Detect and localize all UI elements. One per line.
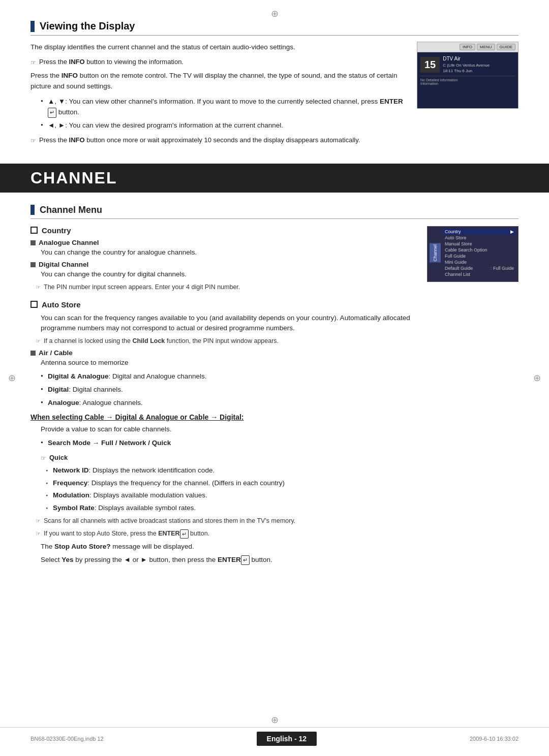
viewing-para1: The display identifies the current chann… (30, 42, 407, 53)
channel-menu-header-row: Channel Country ▶ Auto Store Manual Stor… (430, 229, 516, 277)
footer-left: BN68-02330E-00Eng.indb 12 (30, 736, 104, 742)
crosshair-left-icon: ⊕ (8, 372, 16, 384)
sub-note-icon-3: ☞ (36, 529, 41, 538)
viewing-bullet-list: ▲, ▼: You can view other channel's infor… (30, 96, 407, 131)
channel-menu-screen: Channel Country ▶ Auto Store Manual Stor… (427, 226, 518, 282)
tv-channel-name: C (Life On Ventus Avenue (443, 62, 490, 68)
info-btn: INFO (460, 44, 475, 50)
digital-channel-text: You can change the country for digital c… (30, 269, 417, 279)
viewing-para2: Press the INFO button on the remote cont… (30, 70, 407, 92)
channel-menu-country-arrow: ▶ (510, 229, 514, 234)
quick-item-3: Modulation: Displays available modulatio… (46, 490, 417, 501)
viewing-bullet2: ◄, ►: You can view the desired program's… (41, 120, 407, 131)
small-square-icon-analogue (30, 240, 36, 245)
note-icon-1: ☞ (30, 58, 36, 67)
pin-note-text: The PIN number input screen appears. Ent… (44, 282, 240, 292)
quick-items-list: Network ID: Displays the network identif… (30, 465, 417, 513)
small-square-icon-air (30, 351, 36, 356)
viewing-content: The display identifies the current chann… (30, 42, 518, 148)
quick-label: Quick (49, 453, 68, 463)
tv-info-top-bar: INFO MENU GUIDE (417, 42, 518, 52)
channel-menu-auto-store: Auto Store (443, 235, 516, 241)
channel-menu-text-area: Country Analogue Channel You can change … (30, 226, 417, 574)
country-checkbox-icon (30, 227, 38, 234)
viewing-title-bar: Viewing the Display (30, 20, 518, 36)
channel-menu-channel-list: Channel List (443, 271, 516, 277)
air-cable-label: Air / Cable (39, 349, 73, 357)
channel-menu-cable-search: Cable Search Option (443, 247, 516, 253)
channel-menu-title-bar: Channel Menu (30, 205, 518, 219)
analogue-channel-label: Analogue Channel (39, 239, 99, 246)
auto-store-note2: ☞ Scans for all channels with active bro… (30, 516, 417, 526)
menu-btn: MENU (477, 44, 495, 50)
channel-menu-manual-store: Manual Store (443, 241, 516, 247)
tv-info-row2: No Detailed Information Information (420, 76, 515, 85)
sub-note-icon-2: ☞ (36, 517, 41, 525)
when-selecting: When selecting Cable → Digital & Analogu… (30, 413, 417, 421)
auto-store-title: Auto Store (42, 300, 81, 309)
channel-menu-content: Country Analogue Channel You can change … (30, 226, 518, 574)
viewing-note1-text: Press the INFO button to viewing the inf… (39, 57, 184, 67)
digital-channel-heading: Digital Channel (30, 261, 417, 268)
air-bullet3: Analogue: Analogue channels. (41, 397, 417, 408)
digital-channel-label: Digital Channel (39, 261, 88, 268)
sub-note-icon-1: ☞ (36, 337, 41, 345)
tv-no-detail: No Detailed Information (420, 78, 515, 82)
quick-label-line: ☞ Quick (30, 453, 417, 463)
tv-info-body: 15 DTV Air C (Life On Ventus Avenue 18:1… (417, 52, 518, 108)
channel-menu-tv-image: Channel Country ▶ Auto Store Manual Stor… (427, 226, 518, 282)
pin-note: ☞ The PIN number input screen appears. E… (30, 282, 417, 292)
footer-right: 2009-6-10 16:33:02 (470, 736, 518, 742)
air-cable-desc: Antenna source to memorize (30, 358, 417, 368)
air-bullet1: Digital & Analogue: Digital and Analogue… (41, 371, 417, 382)
search-mode-item: Search Mode → Full / Network / Quick (41, 437, 417, 449)
channel-menu-country-label: Country (445, 229, 461, 234)
search-mode-bullets: Search Mode → Full / Network / Quick (30, 437, 417, 449)
quick-note-icon: ☞ (41, 454, 46, 463)
note-icon-2: ☞ (30, 136, 36, 145)
tv-channel-details: DTV Air C (Life On Ventus Avenue 18:11 T… (443, 55, 490, 74)
tv-info-row1: 15 DTV Air C (Life On Ventus Avenue 18:1… (420, 55, 515, 74)
auto-store-note1: ☞ If a channel is locked using the Child… (30, 336, 417, 346)
viewing-bullet1: ▲, ▼: You can view other channel's infor… (41, 96, 407, 118)
footer-center: English - 12 (257, 732, 317, 746)
tv-time: 18:11 Thu 6 Jun (443, 68, 490, 74)
channel-menu-row-country: Country ▶ (443, 229, 516, 235)
channel-title: CHANNEL (30, 169, 117, 187)
guide-btn: GUIDE (497, 44, 515, 50)
auto-store-item: Auto Store You can scan for the frequenc… (30, 300, 417, 565)
channel-menu-items: Country ▶ Auto Store Manual Store Cable … (443, 229, 516, 277)
page-footer: BN68-02330E-00Eng.indb 12 English - 12 2… (0, 727, 549, 746)
country-heading: Country (30, 226, 417, 235)
air-bullet2: Digital: Digital channels. (41, 384, 417, 395)
channel-menu-mini-guide: Mini Guide (443, 259, 516, 265)
auto-store-note2-text: Scans for all channels with active broad… (44, 516, 295, 526)
provide-text: Provide a value to scan for cable channe… (30, 424, 417, 434)
channel-menu-default-guide-val: : Full Guide (491, 266, 514, 271)
quick-item-1: Network ID: Displays the network identif… (46, 465, 417, 476)
country-title: Country (42, 226, 71, 235)
viewing-tv-image: INFO MENU GUIDE 15 DTV Air C (Life On Ve… (417, 42, 518, 109)
viewing-title: Viewing the Display (40, 20, 135, 32)
crosshair-bottom-icon: ⊕ (271, 714, 279, 726)
crosshair-top-icon: ⊕ (271, 8, 279, 19)
auto-store-note3-text: If you want to stop Auto Store, press th… (44, 529, 209, 539)
air-cable-bullets: Digital & Analogue: Digital and Analogue… (30, 371, 417, 408)
channel-sidebar-label: Channel (430, 243, 441, 263)
analogue-channel-text: You can change the country for analogue … (30, 247, 417, 258)
tv-information: Information (420, 82, 515, 85)
analogue-channel-heading: Analogue Channel (30, 239, 417, 246)
channel-menu-section: Channel Menu Country Analogue Channel Yo… (30, 205, 518, 574)
channel-menu-blue-bar (30, 205, 35, 215)
tv-channel-type: DTV Air (443, 55, 490, 62)
tv-channel-number: 15 (420, 57, 440, 73)
select-yes: Select Yes by pressing the ◄ or ► button… (30, 555, 417, 565)
crosshair-right-icon: ⊕ (533, 372, 541, 384)
viewing-note1: ☞ Press the INFO button to viewing the i… (30, 57, 407, 67)
quick-item-2: Frequency: Displays the frequency for th… (46, 478, 417, 489)
channel-menu-title: Channel Menu (40, 205, 102, 215)
auto-store-note1-text: If a channel is locked using the Child L… (44, 336, 279, 346)
channel-section-header: CHANNEL (0, 164, 549, 193)
channel-menu-default-guide-label: Default Guide (445, 266, 473, 271)
tv-info-screen: INFO MENU GUIDE 15 DTV Air C (Life On Ve… (417, 42, 518, 109)
